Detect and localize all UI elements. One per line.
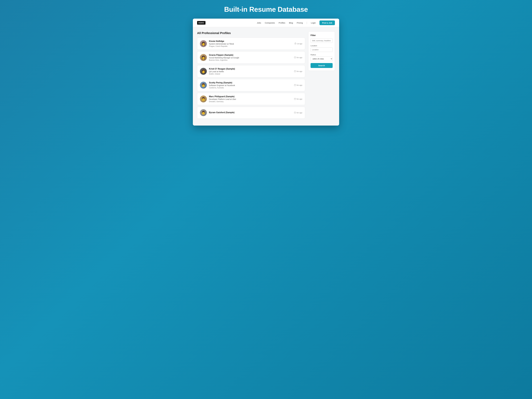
profile-info-scotty: Scotty Pering (Sample) Software Engineer… bbox=[209, 82, 292, 89]
clock-icon-scotty bbox=[294, 84, 296, 86]
profile-role-scotty: Software Engineer at Facebook bbox=[209, 84, 292, 86]
profile-list: 👩 Kissie Hollidge System Administrator a… bbox=[197, 38, 305, 119]
profile-name-byram: Byram Gaisford (Sample) bbox=[209, 111, 292, 114]
avatar-kissie: 👩 bbox=[200, 40, 207, 47]
nav-companies[interactable]: Companies bbox=[265, 22, 275, 24]
nav-pricing[interactable]: Pricing bbox=[297, 22, 303, 24]
radius-label: Radius bbox=[310, 54, 333, 56]
nav-blog[interactable]: Blog bbox=[289, 22, 293, 24]
clock-icon-kristi bbox=[294, 70, 296, 72]
section-title: All Professional Profiles bbox=[197, 32, 305, 35]
profile-location-marc: Dresden, Germany bbox=[209, 101, 292, 102]
avatar-scotty: 👨 bbox=[200, 82, 207, 89]
profile-time-marc: 5m ago bbox=[294, 98, 302, 100]
nav-links: Jobs Companies Profiles Blog Pricing | L… bbox=[257, 20, 335, 25]
profile-time-scotty: 5m ago bbox=[294, 84, 302, 86]
profile-card-kissie[interactable]: 👩 Kissie Hollidge System Administrator a… bbox=[197, 38, 305, 50]
profile-name-kristi: Kristi O' Reagan (Sample) bbox=[209, 68, 292, 70]
profile-time-kissie: 1d ago bbox=[294, 43, 302, 45]
profile-location-kristi: Dublin, Ireland bbox=[209, 73, 292, 75]
profile-name-kissie: Kissie Hollidge bbox=[209, 40, 292, 42]
profile-info-kristi: Kristi O' Reagan (Sample) QA Lead at Net… bbox=[209, 68, 292, 75]
profile-location-kissie: Prague, Czech Republic bbox=[209, 45, 292, 47]
clock-icon-marc bbox=[294, 98, 296, 100]
clock-icon-byram bbox=[294, 112, 296, 114]
navbar: DEMO Jobs Companies Profiles Blog Pricin… bbox=[193, 19, 339, 27]
profile-name-scotty: Scotty Pering (Sample) bbox=[209, 82, 292, 84]
location-label: Location bbox=[310, 45, 333, 47]
profile-role-kissie: System Administrator at Tiktok bbox=[209, 43, 292, 45]
radius-select[interactable]: within 25 mileswithin 50 mileswithin 100… bbox=[310, 57, 333, 61]
profile-card-scotty[interactable]: 👨 Scotty Pering (Sample) Software Engine… bbox=[197, 79, 305, 91]
filter-sidebar: Filter Location Radius within 25 mileswi… bbox=[308, 32, 335, 71]
profile-location-gracia: Buenos Aires, Argentina bbox=[209, 59, 292, 61]
profile-time-gracia: 5m ago bbox=[294, 57, 302, 58]
nav-divider: | bbox=[307, 21, 307, 24]
profile-time-kristi: 5m ago bbox=[294, 70, 302, 72]
nav-login[interactable]: Login bbox=[311, 22, 316, 24]
main-area: All Professional Profiles 👩 Kissie Holli… bbox=[193, 27, 339, 126]
avatar-marc: 👨 bbox=[200, 95, 207, 102]
nav-jobs[interactable]: Jobs bbox=[257, 22, 261, 24]
filter-title: Filter bbox=[310, 34, 333, 37]
profile-info-gracia: Gracia Flippen (Sample) Social Marketing… bbox=[209, 54, 292, 61]
profile-info-marc: Marc Philippard (Sample) Developer Platf… bbox=[209, 95, 292, 102]
location-input[interactable] bbox=[310, 47, 333, 52]
profile-card-marc[interactable]: 👨 Marc Philippard (Sample) Developer Pla… bbox=[197, 93, 305, 105]
profile-card-gracia[interactable]: 👩 Gracia Flippen (Sample) Social Marketi… bbox=[197, 51, 305, 63]
clock-icon-gracia bbox=[294, 57, 296, 58]
profile-name-gracia: Gracia Flippen (Sample) bbox=[209, 54, 292, 56]
profile-location-scotty: Canberra, Australia bbox=[209, 87, 292, 89]
post-job-button[interactable]: Post a Job bbox=[319, 20, 335, 25]
profile-info-kissie: Kissie Hollidge System Administrator at … bbox=[209, 40, 292, 47]
avatar-byram: 👨 bbox=[200, 109, 207, 116]
profile-name-marc: Marc Philippard (Sample) bbox=[209, 95, 292, 98]
profile-card-byram[interactable]: 👨 Byram Gaisford (Sample) 5m ago bbox=[197, 107, 305, 119]
profile-role-gracia: Social Marketing Manager at Google bbox=[209, 57, 292, 59]
profile-info-byram: Byram Gaisford (Sample) bbox=[209, 111, 292, 114]
logo[interactable]: DEMO bbox=[197, 21, 205, 25]
search-button[interactable]: Search bbox=[310, 63, 333, 68]
avatar-kristi: 👩 bbox=[200, 68, 207, 75]
profile-card-kristi[interactable]: 👩 Kristi O' Reagan (Sample) QA Lead at N… bbox=[197, 65, 305, 77]
skill-search-input[interactable] bbox=[310, 38, 333, 43]
profile-time-byram: 5m ago bbox=[294, 112, 302, 114]
profiles-section: All Professional Profiles 👩 Kissie Holli… bbox=[197, 32, 305, 120]
clock-icon-kissie bbox=[294, 43, 296, 44]
filter-panel: Filter Location Radius within 25 mileswi… bbox=[308, 32, 335, 71]
nav-profiles[interactable]: Profiles bbox=[279, 22, 285, 24]
browser-window: DEMO Jobs Companies Profiles Blog Pricin… bbox=[193, 19, 339, 126]
avatar-gracia: 👩 bbox=[200, 54, 207, 61]
profile-role-kristi: QA Lead at Netflix bbox=[209, 70, 292, 73]
page-hero-title: Built-in Resume Database bbox=[224, 5, 308, 13]
profile-role-marc: Developer Platform Lead at Uber bbox=[209, 98, 292, 100]
